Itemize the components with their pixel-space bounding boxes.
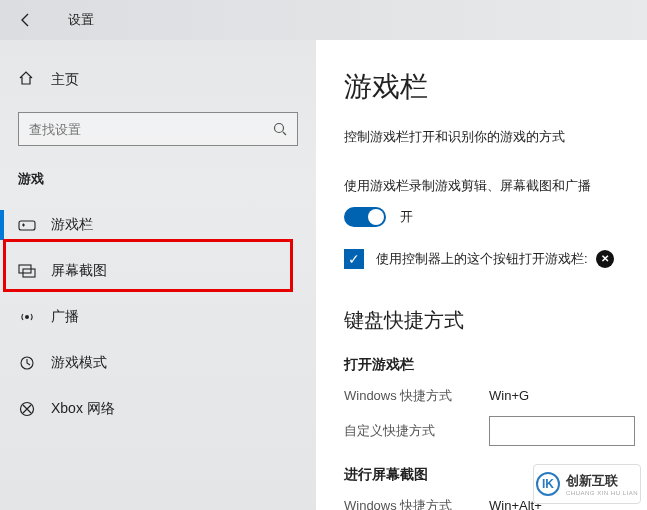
window-title: 设置 [68, 11, 94, 29]
watermark-badge: IK 创新互联 CHUANG XIN HU LIAN [533, 464, 641, 504]
watermark-subtext: CHUANG XIN HU LIAN [566, 490, 638, 496]
checkmark-icon: ✓ [348, 251, 360, 267]
sidebar-item-screenshot[interactable]: 屏幕截图 [0, 248, 316, 294]
controller-checkbox[interactable]: ✓ [344, 249, 364, 269]
shortcut-win-label: Windows 快捷方式 [344, 387, 489, 405]
sidebar-section-head: 游戏 [0, 164, 316, 202]
svg-point-4 [25, 315, 29, 319]
window-header: 设置 [0, 0, 647, 40]
watermark-logo-icon: IK [536, 472, 560, 496]
sidebar-item-gamemode[interactable]: 游戏模式 [0, 340, 316, 386]
sidebar-item-label: 广播 [51, 308, 79, 326]
page-description: 控制游戏栏打开和识别你的游戏的方式 [344, 128, 647, 146]
sidebar-home[interactable]: 主页 [0, 60, 316, 100]
toggle-description: 使用游戏栏录制游戏剪辑、屏幕截图和广播 [344, 176, 647, 197]
xbox-button-icon [596, 250, 614, 268]
broadcast-icon [18, 309, 36, 325]
svg-point-0 [275, 124, 284, 133]
shortcut-custom-input[interactable] [489, 416, 635, 446]
svg-rect-1 [19, 221, 35, 230]
search-box[interactable] [18, 112, 298, 146]
shortcuts-title: 键盘快捷方式 [344, 307, 647, 334]
page-title: 游戏栏 [344, 68, 647, 106]
shortcut-head: 打开游戏栏 [344, 356, 647, 374]
sidebar: 主页 游戏 游戏栏 屏幕截图 [0, 40, 316, 510]
sidebar-home-label: 主页 [51, 71, 79, 89]
shortcut-custom-label: 自定义快捷方式 [344, 422, 489, 440]
xbox-icon [18, 401, 36, 417]
sidebar-item-label: 屏幕截图 [51, 262, 107, 280]
shortcut-win-label: Windows 快捷方式 [344, 497, 489, 510]
sidebar-item-label: 游戏模式 [51, 354, 107, 372]
back-button[interactable] [16, 10, 36, 30]
screenshot-icon [18, 264, 36, 278]
gamebar-icon [18, 218, 36, 232]
sidebar-item-gamebar[interactable]: 游戏栏 [0, 202, 316, 248]
checkbox-label: 使用控制器上的这个按钮打开游戏栏: [376, 250, 614, 268]
sidebar-item-label: Xbox 网络 [51, 400, 115, 418]
content-pane: 游戏栏 控制游戏栏打开和识别你的游戏的方式 使用游戏栏录制游戏剪辑、屏幕截图和广… [316, 40, 647, 510]
toggle-state-label: 开 [400, 208, 413, 226]
shortcut-group-open: 打开游戏栏 Windows 快捷方式 Win+G 自定义快捷方式 [344, 356, 647, 446]
home-icon [18, 70, 36, 90]
sidebar-item-broadcast[interactable]: 广播 [0, 294, 316, 340]
sidebar-item-label: 游戏栏 [51, 216, 93, 234]
sidebar-item-xbox[interactable]: Xbox 网络 [0, 386, 316, 432]
watermark-text: 创新互联 [566, 472, 638, 490]
shortcut-win-value: Win+G [489, 388, 529, 403]
gamebar-toggle[interactable] [344, 207, 386, 227]
search-icon [263, 121, 297, 137]
gamemode-icon [18, 355, 36, 371]
search-input[interactable] [19, 122, 263, 137]
arrow-left-icon [18, 12, 34, 28]
